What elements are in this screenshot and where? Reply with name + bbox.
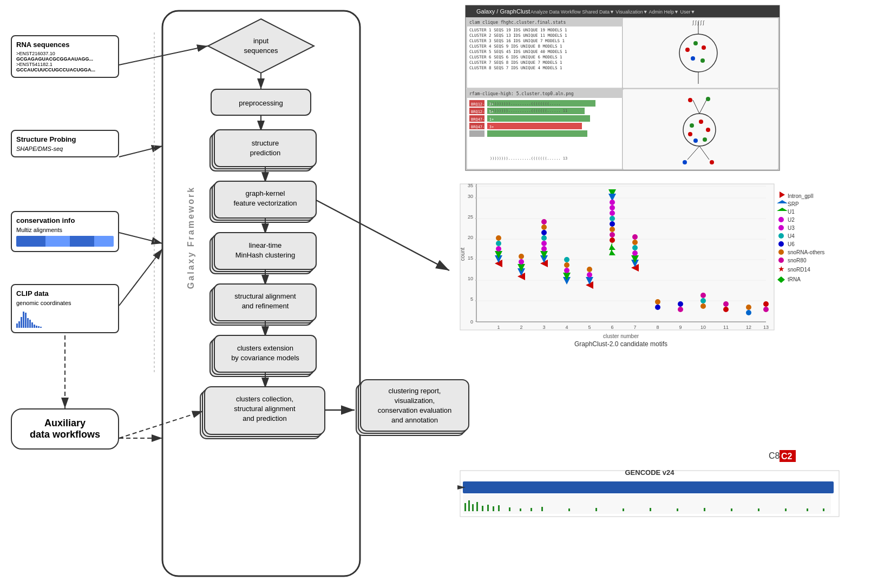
svg-text:6: 6 xyxy=(611,325,613,330)
svg-rect-255 xyxy=(469,108,484,114)
svg-rect-32 xyxy=(210,340,312,376)
svg-text:CLUSTER 8 SEQS  7 IDS UNIQUE  : CLUSTER 8 SEQS 7 IDS UNIQUE 4 MODELS 1 xyxy=(469,65,562,70)
svg-text:rfam-clique-high: 5.cluster.to: rfam-clique-high: 5.cluster.top0.aln.png xyxy=(469,91,574,96)
svg-rect-191 xyxy=(463,495,831,514)
svg-text:CLUSTER 3 SEQS 16 IDS UNIQUE 7: CLUSTER 3 SEQS 16 IDS UNIQUE 7 MODELS 1 xyxy=(469,38,565,43)
svg-rect-217 xyxy=(780,450,796,462)
svg-marker-1 xyxy=(208,19,314,73)
svg-marker-125 xyxy=(563,273,571,280)
svg-rect-199 xyxy=(498,505,500,511)
svg-text:clustering report,: clustering report, xyxy=(389,387,441,395)
svg-point-159 xyxy=(723,307,729,312)
svg-rect-205 xyxy=(595,508,597,511)
svg-point-109 xyxy=(496,235,501,241)
svg-text:5: 5 xyxy=(470,296,473,302)
svg-text:Analyze Data   Workflow   Shar: Analyze Data Workflow Shared Data▼ Visua… xyxy=(531,9,695,15)
structure-probing-box: Structure Probing SHAPE/DMS-seq xyxy=(11,130,119,157)
svg-point-242 xyxy=(691,56,695,61)
svg-text:))))))))).........((((((((....: ))))))))).........((((((((..... xyxy=(490,102,561,106)
svg-rect-208 xyxy=(677,508,678,511)
svg-rect-192 xyxy=(464,503,466,511)
rna-sequences-box: RNA sequences >ENST216037.10 GCGAGAGUACG… xyxy=(11,35,119,78)
svg-text:GENCODE v24: GENCODE v24 xyxy=(625,468,674,477)
rna-title: RNA sequences xyxy=(16,41,114,49)
rna-seq2-data: GCCAUCUUCCUGCCUACUGGA... xyxy=(16,67,114,72)
svg-point-267 xyxy=(683,114,716,146)
svg-point-137 xyxy=(610,210,615,216)
svg-point-149 xyxy=(632,245,638,250)
svg-marker-115 xyxy=(540,260,548,267)
svg-point-238 xyxy=(679,34,717,72)
svg-rect-237 xyxy=(624,19,777,87)
svg-rect-27 xyxy=(212,286,314,323)
svg-point-138 xyxy=(610,216,615,221)
svg-rect-15 xyxy=(212,183,314,220)
svg-text:30: 30 xyxy=(468,194,473,199)
svg-text:MinHash clustering: MinHash clustering xyxy=(235,251,296,259)
aux-title2: data workflows xyxy=(20,429,110,440)
svg-text:conservation evaluation: conservation evaluation xyxy=(378,406,452,414)
svg-rect-20 xyxy=(210,237,312,274)
svg-point-152 xyxy=(655,305,660,310)
svg-rect-193 xyxy=(468,500,470,511)
svg-rect-258 xyxy=(469,130,484,137)
svg-rect-219 xyxy=(466,5,780,170)
svg-text:8: 8 xyxy=(656,325,659,330)
svg-rect-247 xyxy=(467,89,623,98)
svg-rect-198 xyxy=(493,506,494,511)
svg-point-123 xyxy=(541,219,547,224)
svg-rect-34 xyxy=(214,335,316,372)
svg-text:U6: U6 xyxy=(788,241,795,247)
clip-mini-chart xyxy=(16,309,114,328)
svg-rect-46 xyxy=(358,382,467,433)
svg-rect-62 xyxy=(460,184,774,330)
svg-text:CLUSTER 4 SEQS  9 IDS UNIQUE 8: CLUSTER 4 SEQS 9 IDS UNIQUE 8 MODELS 1 xyxy=(469,44,562,49)
svg-rect-251 xyxy=(487,115,590,122)
rna-seq2-id: >ENST541182.1 xyxy=(16,62,114,67)
svg-rect-256 xyxy=(469,115,484,122)
svg-rect-195 xyxy=(476,502,478,511)
svg-line-56 xyxy=(119,46,208,65)
svg-point-270 xyxy=(688,132,692,136)
svg-point-272 xyxy=(703,137,707,142)
svg-text:BRQ12-1_2+: BRQ12-1_2+ xyxy=(471,102,494,107)
svg-text:0: 0 xyxy=(470,319,473,325)
svg-point-157 xyxy=(700,298,706,303)
svg-rect-223 xyxy=(467,18,623,88)
svg-marker-134 xyxy=(608,194,616,201)
svg-marker-168 xyxy=(777,200,788,203)
svg-rect-22 xyxy=(214,233,316,269)
svg-marker-129 xyxy=(586,281,593,289)
svg-point-156 xyxy=(700,303,706,309)
svg-point-269 xyxy=(690,123,694,128)
svg-rect-257 xyxy=(469,123,484,129)
svg-rect-209 xyxy=(704,508,705,511)
svg-rect-201 xyxy=(520,508,521,511)
svg-line-274 xyxy=(693,100,699,114)
svg-text:))))))))..........(((((((.....: ))))))))..........(((((((...... 13 xyxy=(490,156,567,161)
svg-text:clusters extension: clusters extension xyxy=(237,344,293,352)
svg-point-114 xyxy=(519,254,524,259)
svg-text:2: 2 xyxy=(520,325,522,330)
svg-rect-28 xyxy=(214,284,316,321)
struct-probe-title: Structure Probing xyxy=(16,135,114,143)
svg-point-154 xyxy=(678,307,683,312)
svg-rect-200 xyxy=(509,507,510,511)
svg-rect-39 xyxy=(202,389,323,437)
svg-text:and prediction: and prediction xyxy=(243,414,287,422)
svg-rect-0 xyxy=(162,11,360,576)
svg-text:structure: structure xyxy=(252,139,279,147)
svg-point-278 xyxy=(688,98,692,102)
conservation-mini-chart xyxy=(16,236,114,247)
svg-marker-124 xyxy=(563,277,571,285)
svg-text:structural alignment: structural alignment xyxy=(234,405,296,413)
svg-text:input: input xyxy=(253,37,269,45)
svg-text:structural alignment: structural alignment xyxy=(234,292,296,300)
svg-rect-21 xyxy=(212,235,314,272)
svg-text:CLUSTER 6 SEQS  6 IDS UNIQUE  : CLUSTER 6 SEQS 6 IDS UNIQUE 6 MODELS 1 xyxy=(469,55,562,60)
svg-marker-170 xyxy=(777,208,788,211)
svg-rect-189 xyxy=(463,481,834,493)
svg-text:∫∫∫∫∫: ∫∫∫∫∫ xyxy=(692,21,705,25)
clip-title: CLIP data xyxy=(16,289,114,298)
clip-data-box: CLIP data genomic coordinates xyxy=(11,284,119,333)
